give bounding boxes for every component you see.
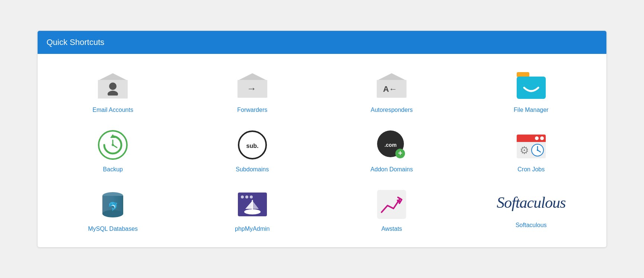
shortcut-phpmyadmin[interactable]: phpMyAdmin bbox=[185, 184, 321, 236]
autoresponders-svg: A← bbox=[376, 72, 407, 98]
shortcut-cron-jobs[interactable]: ⚙ Cron Jobs bbox=[463, 125, 599, 177]
backup-label: Backup bbox=[103, 166, 123, 173]
mysql-icon: 🐬 bbox=[96, 188, 130, 221]
shortcut-subdomains[interactable]: sub. Subdomains bbox=[185, 125, 321, 177]
file-manager-label: File Manager bbox=[514, 107, 548, 113]
email-accounts-icon bbox=[96, 69, 130, 102]
shortcut-autoresponders[interactable]: A← Autoresponders bbox=[324, 65, 460, 117]
forwarders-svg: → bbox=[237, 72, 268, 98]
svg-text:→: → bbox=[247, 83, 256, 94]
svg-rect-46 bbox=[377, 190, 406, 219]
svg-text:.com: .com bbox=[385, 142, 397, 148]
svg-marker-8 bbox=[377, 73, 407, 81]
addon-domains-svg: .com + bbox=[376, 130, 407, 160]
backup-icon bbox=[96, 128, 130, 162]
panel-title: Quick Shortcuts bbox=[47, 38, 597, 47]
forwarders-icon: → bbox=[236, 69, 269, 102]
phpmyadmin-icon bbox=[236, 188, 269, 221]
svg-rect-12 bbox=[517, 77, 546, 99]
shortcut-awstats[interactable]: Awstats bbox=[324, 184, 460, 236]
subdomains-svg: sub. bbox=[237, 130, 268, 160]
svg-point-36 bbox=[102, 210, 123, 217]
shortcut-softaculous[interactable]: Softaculous Softaculous bbox=[463, 184, 599, 236]
svg-point-17 bbox=[112, 144, 114, 146]
shortcut-file-manager[interactable]: File Manager bbox=[463, 65, 599, 117]
autoresponders-icon: A← bbox=[375, 69, 408, 102]
svg-marker-0 bbox=[98, 73, 128, 81]
svg-point-27 bbox=[535, 136, 539, 140]
addon-domains-icon: .com + bbox=[375, 128, 408, 162]
cron-jobs-label: Cron Jobs bbox=[517, 166, 545, 173]
svg-text:sub.: sub. bbox=[246, 143, 258, 149]
subdomains-icon: sub. bbox=[236, 128, 269, 162]
mysql-svg: 🐬 bbox=[98, 189, 128, 220]
softaculous-logo-text: Softaculous bbox=[497, 194, 565, 211]
file-manager-icon bbox=[514, 69, 548, 102]
phpmyadmin-svg bbox=[237, 192, 268, 217]
svg-point-28 bbox=[540, 136, 544, 140]
cron-jobs-svg: ⚙ bbox=[516, 131, 546, 159]
shortcuts-grid: Email Accounts → Forwarders bbox=[38, 54, 606, 247]
autoresponders-label: Autoresponders bbox=[371, 107, 413, 113]
svg-point-40 bbox=[245, 195, 248, 198]
svg-point-2 bbox=[109, 83, 117, 90]
shortcut-forwarders[interactable]: → Forwarders bbox=[185, 65, 321, 117]
backup-svg bbox=[98, 130, 128, 160]
shortcut-backup[interactable]: Backup bbox=[45, 125, 181, 177]
phpmyadmin-label: phpMyAdmin bbox=[235, 226, 270, 232]
awstats-label: Awstats bbox=[381, 226, 402, 232]
svg-point-39 bbox=[241, 195, 244, 198]
svg-rect-11 bbox=[517, 72, 529, 77]
panel-header: Quick Shortcuts bbox=[38, 31, 606, 54]
shortcut-mysql-databases[interactable]: 🐬 MySQL Databases bbox=[45, 184, 181, 236]
email-accounts-label: Email Accounts bbox=[93, 107, 133, 113]
quick-shortcuts-panel: Quick Shortcuts Email Accounts bbox=[37, 30, 607, 248]
softaculous-icon: Softaculous bbox=[501, 188, 561, 217]
svg-point-33 bbox=[537, 149, 538, 151]
softaculous-label: Softaculous bbox=[516, 222, 547, 229]
file-manager-svg bbox=[516, 71, 546, 100]
shortcut-email-accounts[interactable]: Email Accounts bbox=[45, 65, 181, 117]
awstats-icon bbox=[375, 188, 408, 221]
shortcut-addon-domains[interactable]: .com + Addon Domains bbox=[324, 125, 460, 177]
email-accounts-svg bbox=[98, 72, 128, 98]
svg-text:🐬: 🐬 bbox=[108, 201, 118, 211]
subdomains-label: Subdomains bbox=[236, 166, 269, 173]
svg-point-41 bbox=[250, 195, 253, 198]
svg-rect-4 bbox=[98, 96, 128, 98]
svg-marker-5 bbox=[237, 73, 267, 81]
svg-text:A←: A← bbox=[383, 84, 397, 94]
svg-text:+: + bbox=[398, 149, 402, 157]
forwarders-label: Forwarders bbox=[237, 107, 267, 113]
svg-text:⚙: ⚙ bbox=[520, 145, 529, 156]
addon-domains-label: Addon Domains bbox=[370, 166, 413, 173]
cron-jobs-icon: ⚙ bbox=[514, 128, 548, 162]
awstats-svg bbox=[376, 189, 407, 220]
mysql-databases-label: MySQL Databases bbox=[88, 226, 138, 232]
